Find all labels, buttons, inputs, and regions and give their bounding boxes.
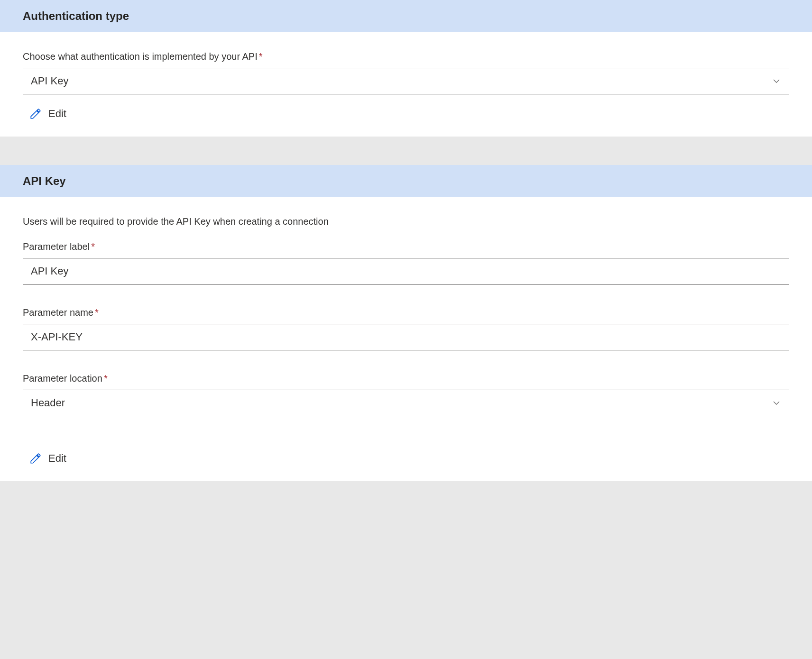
pencil-icon xyxy=(29,452,42,465)
parameter-label-label: Parameter label* xyxy=(23,241,789,252)
auth-type-header: Authentication type xyxy=(0,0,812,32)
auth-type-dropdown[interactable]: API Key xyxy=(23,68,789,94)
required-indicator: * xyxy=(104,373,108,384)
pencil-icon xyxy=(29,108,42,120)
parameter-location-dropdown[interactable]: Header xyxy=(23,390,789,416)
required-indicator: * xyxy=(91,241,95,252)
authentication-type-section: Authentication type Choose what authenti… xyxy=(0,0,812,137)
parameter-name-input[interactable] xyxy=(23,324,789,350)
parameter-name-group: Parameter name* xyxy=(23,307,789,350)
parameter-label-group: Parameter label* xyxy=(23,241,789,284)
auth-type-edit-button[interactable]: Edit xyxy=(23,108,66,120)
parameter-label-input[interactable] xyxy=(23,258,789,284)
parameter-name-label: Parameter name* xyxy=(23,307,789,318)
parameter-location-label: Parameter location* xyxy=(23,373,789,384)
chevron-down-icon xyxy=(772,398,781,408)
api-key-header: API Key xyxy=(0,165,812,197)
edit-label: Edit xyxy=(48,452,66,465)
edit-label: Edit xyxy=(48,108,66,120)
api-key-section: API Key Users will be required to provid… xyxy=(0,165,812,481)
api-key-edit-button[interactable]: Edit xyxy=(23,452,66,465)
api-key-description: Users will be required to provide the AP… xyxy=(23,216,789,227)
chevron-down-icon xyxy=(772,76,781,86)
auth-type-value: API Key xyxy=(31,75,68,87)
parameter-location-group: Parameter location* Header xyxy=(23,373,789,416)
required-indicator: * xyxy=(259,51,263,62)
parameter-location-value: Header xyxy=(31,397,65,409)
required-indicator: * xyxy=(95,307,99,318)
auth-type-label: Choose what authentication is implemente… xyxy=(23,51,789,62)
